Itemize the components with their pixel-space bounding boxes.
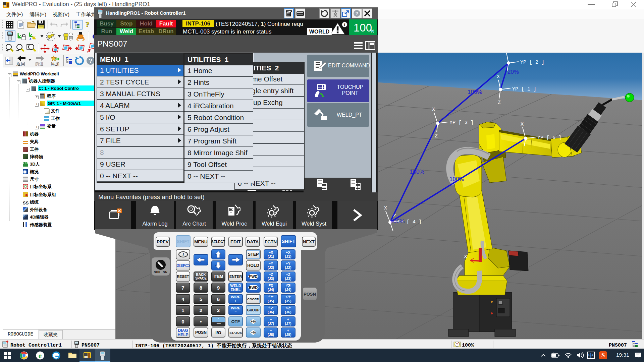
svg-text:Z: Z	[435, 133, 438, 139]
svg-text:YP [ 2 ]: YP [ 2 ]	[520, 60, 544, 65]
svg-text:X: X	[505, 53, 508, 53]
svg-text:e: e	[39, 352, 42, 360]
svg-text:X: X	[497, 74, 500, 80]
svg-text:YP [ 1 ]: YP [ 1 ]	[512, 86, 536, 92]
svg-text:X: X	[384, 205, 387, 211]
svg-text:X: X	[432, 107, 435, 113]
svg-text:100%: 100%	[410, 169, 424, 175]
svg-text:100%: 100%	[468, 89, 482, 95]
svg-text:20%: 20%	[507, 69, 519, 75]
svg-text:i: i	[182, 252, 184, 257]
svg-text:?: ?	[89, 58, 92, 64]
svg-text:i: i	[344, 22, 345, 27]
svg-text:Z: Z	[498, 100, 501, 106]
svg-text:?: ?	[356, 11, 359, 16]
svg-text:X: X	[464, 253, 467, 259]
svg-text:X: X	[521, 122, 524, 127]
svg-text:100%: 100%	[390, 218, 405, 225]
svg-text:YP [ 6 ]: YP [ 6 ]	[537, 135, 561, 141]
svg-text:YP [ 3 ]: YP [ 3 ]	[449, 120, 474, 126]
svg-text:100%: 100%	[449, 176, 464, 182]
